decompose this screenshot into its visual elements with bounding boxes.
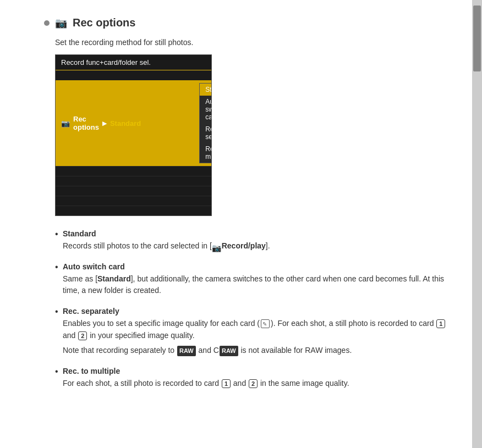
- bullet-dot: [44, 20, 50, 26]
- section-body-sep: Enables you to set a specific image qual…: [63, 318, 450, 357]
- record-play-ref: Record/play: [222, 241, 266, 250]
- list-item-rec-mul: Rec. to multiple For each shot, a still …: [55, 367, 450, 390]
- rec-mul-start: For each shot, a still photo is recorded…: [63, 379, 219, 388]
- rec-sep-quality: in your specified image quality.: [90, 331, 194, 340]
- dropdown-item-standard: Standard: [200, 84, 212, 96]
- row-camera-icon: 📷: [61, 119, 70, 128]
- intro-text: Set the recording method for still photo…: [55, 38, 450, 47]
- empty-row-4: [56, 186, 211, 196]
- dropdown-item-mul: Rec. to multiple: [200, 143, 212, 163]
- camera-ui-mockup: Record func+card/folder sel. 📷 Rec optio…: [55, 54, 212, 216]
- rec-sep-p2-end: is not available for RAW images.: [241, 346, 352, 355]
- standard-text-end: ].: [266, 241, 270, 250]
- section-body-mul: For each shot, a still photo is recorded…: [63, 378, 450, 390]
- rec-mul-and: and: [233, 379, 246, 388]
- empty-row-2: [56, 166, 211, 176]
- rec-sep-p1-start: Enables you to set a specific image qual…: [63, 319, 260, 328]
- row-label: Rec options: [73, 115, 99, 131]
- main-content: 📷 Rec options Set the recording method f…: [0, 0, 472, 448]
- list-item-standard: Standard Records still photos to the car…: [55, 229, 450, 252]
- card-badge-2: 2: [78, 331, 87, 340]
- section-list: Standard Records still photos to the car…: [55, 229, 450, 390]
- rec-mul-body: For each shot, a still photo is recorded…: [63, 378, 450, 390]
- rec-sep-p1: Enables you to set a specific image qual…: [63, 318, 450, 341]
- empty-row-3: [56, 176, 211, 186]
- camera-icon: 📷: [55, 17, 67, 29]
- camera-ui-selected-row: 📷 Rec options ▶ Standard Standard Auto s…: [56, 80, 211, 166]
- standard-body-text: Records still photos to the card selecte…: [63, 240, 450, 252]
- section-title-auto: Auto switch card: [63, 262, 450, 271]
- list-item-rec-sep: Rec. separately Enables you to set a spe…: [55, 307, 450, 357]
- rec-sep-p1-end: ). For each shot, a still photo is recor…: [271, 319, 434, 328]
- auto-bold: Standard: [97, 274, 131, 283]
- camera-ui-empty-rows: [56, 70, 211, 80]
- scrollbar[interactable]: [472, 0, 482, 448]
- row-value: Standard: [110, 119, 141, 128]
- list-item-auto-switch: Auto switch card Same as [Standard], but…: [55, 262, 450, 297]
- row-arrow: ▶: [102, 120, 107, 127]
- rec-sep-p2-mid: and C: [199, 346, 219, 355]
- camera-icon-inline: 📷: [212, 242, 220, 250]
- section-title-mul: Rec. to multiple: [63, 367, 450, 375]
- empty-row-5: [56, 196, 211, 206]
- page-header: 📷 Rec options: [44, 16, 450, 29]
- section-body-auto: Same as [Standard], but additionally, th…: [63, 273, 450, 297]
- card-badge-1: 1: [436, 319, 445, 328]
- scrollbar-thumb[interactable]: [473, 5, 481, 71]
- camera-ui-header: Record func+card/folder sel.: [56, 55, 211, 70]
- edit-icon: [261, 319, 270, 328]
- dropdown-item-auto: Auto switch card: [200, 96, 212, 123]
- auto-body-text: Same as [Standard], but additionally, th…: [63, 273, 450, 297]
- section-title-standard: Standard: [63, 229, 450, 238]
- rec-sep-and: and: [63, 331, 75, 340]
- rec-sep-p2: Note that recording separately to RAW an…: [63, 345, 450, 357]
- section-body-standard: Records still photos to the card selecte…: [63, 240, 450, 252]
- empty-row-6: [56, 206, 211, 215]
- standard-text-start: Records still photos to the card selecte…: [63, 241, 212, 250]
- auto-text-start: Same as [: [63, 274, 97, 283]
- rec-sep-p2-start: Note that recording separately to: [63, 346, 174, 355]
- empty-row-1: [56, 70, 211, 80]
- raw-badge: RAW: [177, 346, 196, 356]
- craw-badge: RAW: [220, 346, 238, 356]
- section-title-sep: Rec. separately: [63, 307, 450, 316]
- dropdown-item-sep: Rec. separately: [200, 123, 212, 143]
- dropdown-menu: Standard Auto switch card Rec. separatel…: [199, 83, 212, 163]
- card-badge-4: 2: [249, 379, 258, 388]
- rec-mul-end: in the same image quality.: [260, 379, 349, 388]
- page-title: Rec options: [73, 16, 135, 29]
- camera-ui-bottom-rows: [56, 166, 211, 215]
- card-badge-3: 1: [222, 379, 231, 388]
